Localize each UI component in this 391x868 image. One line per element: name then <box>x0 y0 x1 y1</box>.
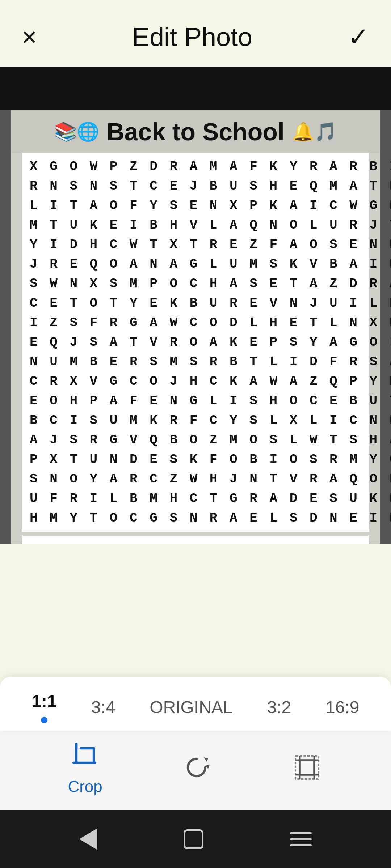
word-list-item: alphabet <box>31 543 97 544</box>
aspect-ratio-label: ORIGINAL <box>150 697 232 717</box>
bottom-toolbar: Crop <box>0 724 391 810</box>
rotate-icon <box>180 751 213 784</box>
grid-row: J R E Q O A N A G L U M S K V B A I B Y <box>30 255 361 274</box>
page-title: Edit Photo <box>132 22 252 52</box>
active-indicator-dot <box>41 717 47 723</box>
nav-bar <box>0 810 391 868</box>
word-list-item: Science <box>294 543 360 544</box>
close-button[interactable]: × <box>22 22 37 52</box>
grid-row: B C I S U M K R F C Y S L X L I C N E P <box>30 411 361 430</box>
svg-rect-10 <box>300 760 314 775</box>
grid-row: L I T A O F Y S E N X P K A I C W G D Z <box>30 196 361 216</box>
aspect-ratio-label: 16:9 <box>325 697 359 717</box>
grid-row: N U M B E R S M S R B T L I D F R S A H <box>30 352 361 372</box>
header: × Edit Photo ✓ <box>0 0 391 67</box>
aspect-ratio-3-4[interactable]: 3:4 <box>91 697 115 717</box>
grid-row: Y I D H C W T X T R E Z F A O S E N E P <box>30 235 361 255</box>
confirm-button[interactable]: ✓ <box>348 22 369 52</box>
grid-row: E Q J S A T V R O A K E P S Y A G O L E <box>30 333 361 352</box>
school-icons-left: 📚🌐 <box>54 121 99 142</box>
grid-row: C R X V G C O J H C K A W A Z Q P Y N O <box>30 372 361 391</box>
aspect-ratio-label: 1:1 <box>31 691 56 711</box>
nav-menu-line-1 <box>290 832 312 834</box>
crop-button[interactable]: Crop <box>68 739 102 796</box>
black-bar-top <box>0 67 391 110</box>
nav-home-button[interactable] <box>184 829 203 849</box>
nav-menu-button[interactable] <box>290 832 312 846</box>
nav-menu-line-2 <box>290 838 312 840</box>
photo-content: 📚🌐 Back to School 🔔🎵 X G O W P Z D R A M… <box>11 110 380 544</box>
grid-row: E O H P A F E N G L I S H O C E B U T D <box>30 391 361 411</box>
word-list-col-1: DramaelementaryEnglishfriendsGeographygr… <box>97 543 163 544</box>
grid-row: X G O W P Z D R A M A F K Y R A R B I L <box>30 157 361 176</box>
school-icons-right: 🔔🎵 <box>292 121 337 142</box>
aspect-ratio-original[interactable]: ORIGINAL <box>150 697 232 717</box>
nav-menu-line-3 <box>290 844 312 846</box>
word-grid: X G O W P Z D R A M A F K Y R A R B I LR… <box>30 157 361 528</box>
word-list: alphabetArtbackpackbooksclassroomcrayons… <box>22 536 369 544</box>
word-list-col-2: HistoryhomeworkLanguage Artslearnlibrary… <box>163 543 228 544</box>
nav-back-button[interactable] <box>79 828 97 850</box>
aspect-ratio-16-9[interactable]: 16:9 <box>325 697 359 717</box>
grid-row: S N O Y A R C Z W H J N T V R A Q O H L <box>30 469 361 489</box>
grid-row: C E T O T Y E K B U R E V N J U I L H Q <box>30 294 361 313</box>
grid-row: P X T U N D E S K F O B I O S R M Y C N <box>30 450 361 469</box>
word-list-col-4: ScienceSocial StudiesSpellingstudentssub… <box>294 543 360 544</box>
word-search-title: Back to School <box>106 118 284 146</box>
fit-icon <box>291 751 323 784</box>
svg-marker-7 <box>204 757 208 762</box>
word-grid-container: X G O W P Z D R A M A F K Y R A R B I LR… <box>22 153 369 532</box>
grid-row: H M Y T O C G S N R A E L S D N E I R F <box>30 509 361 528</box>
grid-row: I Z S F R G A W C O D L H E T L N X P M <box>30 313 361 333</box>
aspect-ratio-bar: 1:13:4ORIGINAL3:216:9 <box>0 677 391 731</box>
word-list-col-3: numberspencilPhysical Educationreadingre… <box>228 543 294 544</box>
aspect-ratio-3-2[interactable]: 3:2 <box>267 697 291 717</box>
fit-button[interactable] <box>291 751 323 784</box>
aspect-ratio-label: 3:4 <box>91 697 115 717</box>
word-list-item: Drama <box>97 543 163 544</box>
grid-row: M T U K E I B H V L A Q N O L U R J T S <box>30 216 361 235</box>
svg-rect-6 <box>80 748 94 763</box>
photo-preview: 📚🌐 Back to School 🔔🎵 X G O W P Z D R A M… <box>0 67 391 544</box>
aspect-ratio-label: 3:2 <box>267 697 291 717</box>
rotate-button[interactable] <box>180 751 213 784</box>
word-search-header: 📚🌐 Back to School 🔔🎵 <box>11 110 380 153</box>
word-list-item: History <box>163 543 228 544</box>
crop-icon <box>69 739 101 772</box>
grid-row: R N S N S T C E J B U S H E Q M A T H V <box>30 176 361 196</box>
grid-row: A J S R G V Q B O Z M O S L W T S H A U <box>30 430 361 450</box>
word-list-col-0: alphabetArtbackpackbooksclassroomcrayons… <box>31 543 97 544</box>
word-list-item: numbers <box>228 543 294 544</box>
aspect-ratio-1-1[interactable]: 1:1 <box>31 691 56 723</box>
grid-row: S W N X S M P O C H A S E T A Z D R A F <box>30 274 361 294</box>
crop-label: Crop <box>68 778 102 796</box>
grid-row: U F R I L B M H C T G R A D E S U K E P <box>30 489 361 509</box>
